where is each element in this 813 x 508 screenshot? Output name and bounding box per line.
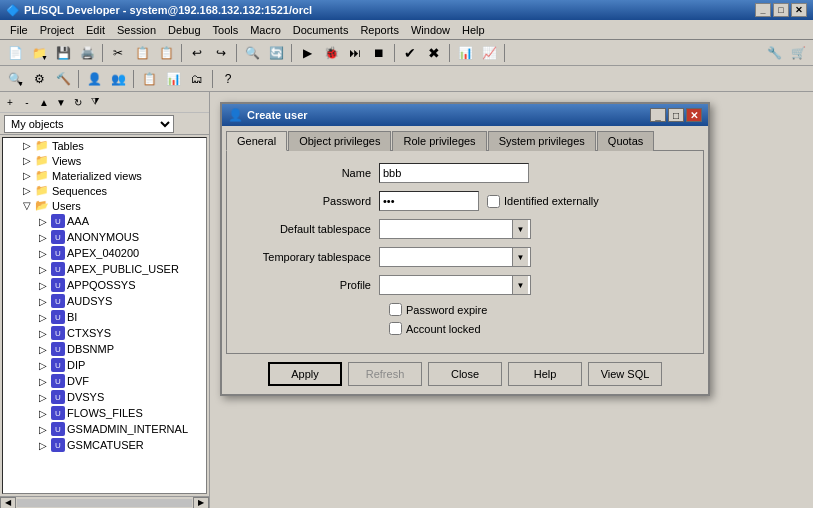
expand-users-icon[interactable]: ▽ <box>19 200 35 211</box>
panel-remove-button[interactable]: - <box>19 94 35 110</box>
minimize-button[interactable]: _ <box>755 3 771 17</box>
tree-item-dvsys[interactable]: ▷ U DVSYS <box>3 389 206 405</box>
profile-combo[interactable]: ▼ <box>379 275 531 295</box>
maximize-button[interactable]: □ <box>773 3 789 17</box>
default-tablespace-combo[interactable]: ▼ <box>379 219 531 239</box>
apply-button[interactable]: Apply <box>268 362 342 386</box>
temporary-tablespace-combo[interactable]: ▼ <box>379 247 531 267</box>
tb-open-button[interactable]: 📁▼ <box>28 42 50 64</box>
tb-run-button[interactable]: ▶ <box>296 42 318 64</box>
account-locked-checkbox[interactable] <box>389 322 402 335</box>
tab-object-privileges[interactable]: Object privileges <box>288 131 391 151</box>
objects-selector[interactable]: My objects All objects <box>4 115 174 133</box>
tree-item-appqossys[interactable]: ▷ U APPQOSSYS <box>3 277 206 293</box>
close-button-dialog[interactable]: Close <box>428 362 502 386</box>
menu-debug[interactable]: Debug <box>162 22 206 38</box>
tb-debug-button[interactable]: 🐞 <box>320 42 342 64</box>
tree-item-dvf[interactable]: ▷ U DVF <box>3 373 206 389</box>
identified-externally-checkbox[interactable] <box>487 195 500 208</box>
tree-item-flows-files[interactable]: ▷ U FLOWS_FILES <box>3 405 206 421</box>
expand-matviews-icon[interactable]: ▷ <box>19 170 35 181</box>
panel-down-button[interactable]: ▼ <box>53 94 69 110</box>
tb-cut-button[interactable]: ✂ <box>107 42 129 64</box>
expand-sequences-icon[interactable]: ▷ <box>19 185 35 196</box>
tree-item-audsys[interactable]: ▷ U AUDSYS <box>3 293 206 309</box>
menu-help[interactable]: Help <box>456 22 491 38</box>
panel-filter-button[interactable]: ⧩ <box>87 94 103 110</box>
tb2-help-button[interactable]: ? <box>217 68 239 90</box>
password-input[interactable] <box>379 191 479 211</box>
view-sql-button[interactable]: View SQL <box>588 362 662 386</box>
expand-gsmcatuser-icon[interactable]: ▷ <box>35 440 51 451</box>
tree-item-matviews[interactable]: ▷ 📁 Materialized views <box>3 168 206 183</box>
name-input[interactable] <box>379 163 529 183</box>
expand-dvsys-icon[interactable]: ▷ <box>35 392 51 403</box>
password-expire-checkbox[interactable] <box>389 303 402 316</box>
tb-refresh-button[interactable]: 🔄 <box>265 42 287 64</box>
dialog-minimize-button[interactable]: _ <box>650 108 666 122</box>
tb-print-button[interactable]: 🖨️ <box>76 42 98 64</box>
expand-ctxsys-icon[interactable]: ▷ <box>35 328 51 339</box>
tb2-table-button[interactable]: 📋 <box>138 68 160 90</box>
tb-redo-button[interactable]: ↪ <box>210 42 232 64</box>
tab-system-privileges[interactable]: System privileges <box>488 131 596 151</box>
tb2-user-button[interactable]: 👤 <box>83 68 105 90</box>
tb2-table2-button[interactable]: 📊 <box>162 68 184 90</box>
tree-item-views[interactable]: ▷ 📁 Views <box>3 153 206 168</box>
expand-views-icon[interactable]: ▷ <box>19 155 35 166</box>
profile-arrow[interactable]: ▼ <box>512 276 528 294</box>
tb-step-button[interactable]: ⏭ <box>344 42 366 64</box>
tb-extra-2[interactable]: 🛒 <box>787 42 809 64</box>
expand-apex-public-icon[interactable]: ▷ <box>35 264 51 275</box>
dialog-close-button[interactable]: ✕ <box>686 108 702 122</box>
menu-reports[interactable]: Reports <box>354 22 405 38</box>
expand-anonymous-icon[interactable]: ▷ <box>35 232 51 243</box>
tree-item-dip[interactable]: ▷ U DIP <box>3 357 206 373</box>
menu-macro[interactable]: Macro <box>244 22 287 38</box>
scrollbar-track[interactable] <box>17 499 192 507</box>
expand-gsmadmin-icon[interactable]: ▷ <box>35 424 51 435</box>
scroll-left-button[interactable]: ◀ <box>0 497 16 509</box>
scroll-right-button[interactable]: ▶ <box>193 497 209 509</box>
tree-item-apex-public[interactable]: ▷ U APEX_PUBLIC_USER <box>3 261 206 277</box>
expand-dvf-icon[interactable]: ▷ <box>35 376 51 387</box>
tree-item-gsmadmin[interactable]: ▷ U GSMADMIN_INTERNAL <box>3 421 206 437</box>
horizontal-scrollbar[interactable]: ◀ ▶ <box>0 496 209 508</box>
menu-session[interactable]: Session <box>111 22 162 38</box>
default-tablespace-arrow[interactable]: ▼ <box>512 220 528 238</box>
tree-item-bi[interactable]: ▷ U BI <box>3 309 206 325</box>
tb-search-button[interactable]: 🔍 <box>241 42 263 64</box>
panel-up-button[interactable]: ▲ <box>36 94 52 110</box>
tb-stop-button[interactable]: ⏹ <box>368 42 390 64</box>
panel-add-button[interactable]: + <box>2 94 18 110</box>
menu-edit[interactable]: Edit <box>80 22 111 38</box>
tree-item-tables[interactable]: ▷ 📁 Tables <box>3 138 206 153</box>
tb-paste-button[interactable]: 📋 <box>155 42 177 64</box>
tb-autotrace-button[interactable]: 📈 <box>478 42 500 64</box>
menu-documents[interactable]: Documents <box>287 22 355 38</box>
tab-general[interactable]: General <box>226 131 287 151</box>
tb-rollback-button[interactable]: ✖ <box>423 42 445 64</box>
expand-tables-icon[interactable]: ▷ <box>19 140 35 151</box>
close-button[interactable]: ✕ <box>791 3 807 17</box>
tree-item-ctxsys[interactable]: ▷ U CTXSYS <box>3 325 206 341</box>
tree-item-anonymous[interactable]: ▷ U ANONYMOUS <box>3 229 206 245</box>
expand-aaa-icon[interactable]: ▷ <box>35 216 51 227</box>
menu-file[interactable]: File <box>4 22 34 38</box>
dialog-maximize-button[interactable]: □ <box>668 108 684 122</box>
tree-item-apex040200[interactable]: ▷ U APEX_040200 <box>3 245 206 261</box>
refresh-button[interactable]: Refresh <box>348 362 422 386</box>
tree-item-sequences[interactable]: ▷ 📁 Sequences <box>3 183 206 198</box>
tb-undo-button[interactable]: ↩ <box>186 42 208 64</box>
menu-tools[interactable]: Tools <box>207 22 245 38</box>
tb2-wrench-button[interactable]: 🔨 <box>52 68 74 90</box>
tree-view[interactable]: ▷ 📁 Tables ▷ 📁 Views ▷ 📁 Materialized vi… <box>2 137 207 494</box>
panel-refresh-button[interactable]: ↻ <box>70 94 86 110</box>
tb-copy-button[interactable]: 📋 <box>131 42 153 64</box>
expand-appqossys-icon[interactable]: ▷ <box>35 280 51 291</box>
help-button[interactable]: Help <box>508 362 582 386</box>
tb-save-button[interactable]: 💾 <box>52 42 74 64</box>
expand-dbsnmp-icon[interactable]: ▷ <box>35 344 51 355</box>
expand-apex040200-icon[interactable]: ▷ <box>35 248 51 259</box>
tb-new-button[interactable]: 📄 <box>4 42 26 64</box>
